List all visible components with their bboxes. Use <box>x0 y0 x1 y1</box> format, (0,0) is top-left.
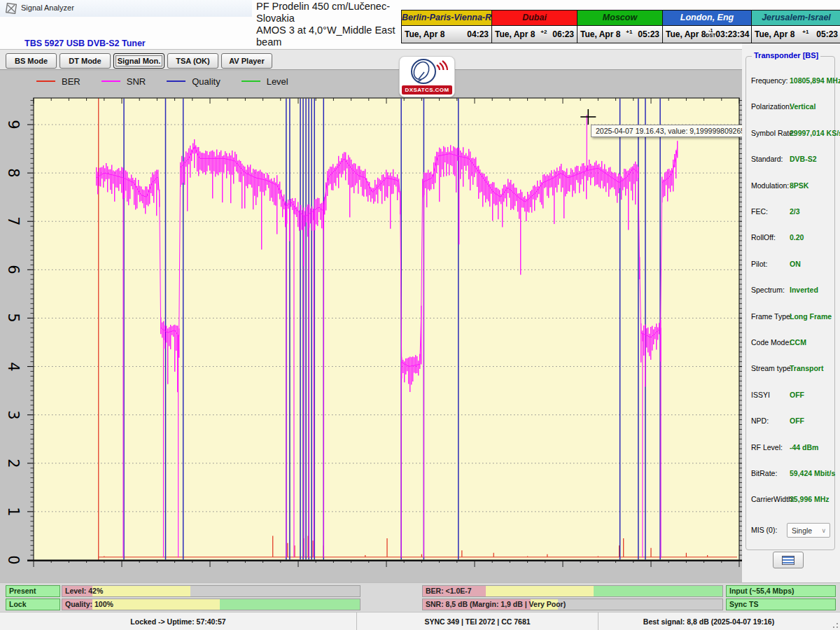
transponder-mis-row: MIS (0):Single∨ <box>746 524 834 538</box>
chart-value-tooltip: 2025-04-07 19.16.43, value: 9,1999998092… <box>591 125 758 137</box>
transponder-row-value: 10805,894 MHz <box>790 76 840 85</box>
transponder-row-label: RF Level: <box>751 443 783 451</box>
progress-bar-ber: BER: <1.0E-7 <box>422 585 723 597</box>
clock-berlin-paris-vienna-roma: Berlin-Paris-Vienna-RomaTue, Apr 804:23 <box>402 10 492 43</box>
transponder-row-label: ISSYI <box>751 391 770 399</box>
transponder-row: FEC:2/3 <box>746 206 834 220</box>
signal-analyzer-window: Signal Analyzer – □ ✕ TBS 5927 USB DVB-S… <box>0 0 840 630</box>
clock-time: 03:23:34 <box>715 29 749 39</box>
clock-time-row: Tue, Apr 8+105:23 <box>578 26 662 43</box>
transponder-row-value: 29997,014 KS/s <box>790 129 840 137</box>
chevron-down-icon: ∨ <box>821 524 826 538</box>
clock-city-label: Jerusalem-Israel <box>752 10 840 26</box>
logo-text: DXSATCS.COM <box>402 85 452 94</box>
status-box-present: Present <box>6 585 60 597</box>
transponder-row-label: Stream type: <box>751 364 793 372</box>
clock-time-row: Tue, Apr 8+105:23 <box>752 26 840 43</box>
transponder-row-label: Pilot: <box>751 260 767 268</box>
status-box-right: Sync TS <box>726 598 836 610</box>
transponder-row-label: NPD: <box>751 416 769 425</box>
transponder-row: RF Level:-44 dBm <box>746 442 834 456</box>
progress-bar-quality: Quality: 100% <box>62 598 360 610</box>
transponder-row: Symbol Rate:29997,014 KS/s <box>746 127 834 141</box>
status-box-right: Input (~55,4 Mbps) <box>726 585 836 597</box>
monitor-status-area: PresentLevel: 42%BER: <1.0E-7Input (~55,… <box>0 582 840 612</box>
clock-date: Tue, Apr 8 <box>666 29 706 39</box>
y-axis-label: 2 <box>4 454 22 472</box>
clock-time: 05:23 <box>638 29 659 39</box>
transponder-row-label: Frame Type: <box>751 312 792 321</box>
transponder-row-value: 8PSK <box>790 181 808 190</box>
progress-bar-snr: SNR: 8,5 dB (Margin: 1,9 dB | Very Poor) <box>422 598 723 610</box>
toolbar-button-signal-mon-[interactable]: Signal Mon. <box>113 53 164 69</box>
world-clocks: Berlin-Paris-Vienna-RomaTue, Apr 804:23D… <box>401 10 840 43</box>
progress-bar-level: Level: 42% <box>62 585 360 597</box>
transponder-row: Frequency:10805,894 MHz <box>746 75 834 89</box>
tuner-name: TBS 5927 USB DVB-S2 Tuner <box>24 38 146 48</box>
transponder-row: Code Mode:CCM <box>746 337 834 351</box>
status-sync-counters: SYNC 349 | TEI 2072 | CC 7681 <box>357 612 598 630</box>
clock-offset-value: +1 <box>802 29 808 35</box>
status-bar: Locked -> Uptime: 57:40:57 SYNC 349 | TE… <box>0 612 840 630</box>
transponder-row-value: -44 dBm <box>790 443 818 451</box>
transponder-groupbox: Transponder [BS] Frequency:10805,894 MHz… <box>746 56 835 550</box>
clock-offset-value: +1 <box>626 29 632 35</box>
transponder-row: Stream type:Transport <box>746 363 834 377</box>
satellite-dish-icon <box>400 57 454 85</box>
transponder-row: CarrierWidth:35,996 MHz <box>746 493 834 507</box>
transponder-row-label: Code Mode: <box>751 338 791 346</box>
y-axis-label: 9 <box>4 115 22 134</box>
clock-time-row: Tue, Apr 8+206:23 <box>492 26 577 43</box>
resize-grip[interactable] <box>830 620 839 629</box>
toolbar-button-dt-mode[interactable]: DT Mode <box>59 53 111 69</box>
monitor-row: PresentLevel: 42%BER: <1.0E-7Input (~55,… <box>0 585 840 597</box>
bar-text: SNR: 8,5 dB (Margin: 1,9 dB | Very Poor) <box>426 600 566 608</box>
clock-time: 04:23 <box>467 29 489 39</box>
snr-legend-swatch <box>102 80 120 82</box>
clock-time: 06:23 <box>552 29 574 39</box>
transponder-panel: Transponder [BS] Frequency:10805,894 MHz… <box>742 43 840 582</box>
transponder-row-label: Polarization: <box>751 102 792 111</box>
clock-jerusalem-israel: Jerusalem-IsraelTue, Apr 8+105:23 <box>752 10 840 43</box>
clock-offset: +2 <box>535 29 552 40</box>
clock-date: Tue, Apr 8 <box>580 29 620 39</box>
clock-time-row: Tue, Apr 8-1DST03:23:34 <box>663 26 751 43</box>
monitor-row: LockQuality: 100%SNR: 8,5 dB (Margin: 1,… <box>0 598 840 610</box>
transponder-row: Standard:DVB-S2 <box>746 153 834 167</box>
transponder-row-value: Vertical <box>790 102 816 111</box>
legend-label-level: Level <box>267 76 288 87</box>
transponder-row-label: CarrierWidth: <box>751 495 794 503</box>
transponder-row: Modulation:8PSK <box>746 180 834 194</box>
transponder-row: ISSYIOFF <box>746 389 834 403</box>
mis-select[interactable]: Single∨ <box>787 523 830 538</box>
transponder-row: Spectrum:Inverted <box>746 284 834 298</box>
chart-plot[interactable] <box>0 90 742 582</box>
toolbar-button-bs-mode[interactable]: BS Mode <box>6 53 57 69</box>
y-axis-label: 5 <box>4 309 22 327</box>
clock-city-label: London, Eng <box>663 10 751 26</box>
legend-label-snr: SNR <box>127 76 146 87</box>
toolbar-button-av-player[interactable]: AV Player <box>221 53 272 69</box>
transponder-row: NPD:OFF <box>746 415 834 429</box>
y-axis-label: 1 <box>4 503 22 521</box>
transponder-row-value: ON <box>790 260 801 268</box>
transponder-row-label: RollOff: <box>751 233 776 241</box>
signal-chart[interactable]: BERSNRQualityLevel 0123456789 <box>0 70 742 582</box>
toolbar-button-tsa-ok-[interactable]: TSA (OK) <box>167 53 218 69</box>
transponder-row-value: OFF <box>790 391 804 399</box>
clock-offset-dst: -1DST <box>706 28 715 38</box>
transponder-row: Pilot:ON <box>746 258 834 272</box>
transponder-row: RollOff:0.20 <box>746 232 834 246</box>
transponder-row-value: Long Frame <box>790 312 832 321</box>
transponder-list-button[interactable] <box>773 552 804 568</box>
clock-time: 05:23 <box>816 29 838 39</box>
transponder-row-label: BitRate: <box>751 469 777 477</box>
transponder-row-value: 59,424 Mbit/s <box>790 469 835 477</box>
transponder-row: Frame Type:Long Frame <box>746 311 834 325</box>
status-uptime: Locked -> Uptime: 57:40:57 <box>0 612 357 630</box>
site-info-line: AMOS 3 at 4,0°W_Middle East beam <box>256 24 407 48</box>
y-axis-label: 0 <box>4 551 22 569</box>
transponder-row-value: 0.20 <box>790 233 804 241</box>
transponder-row-value: Transport <box>790 364 823 372</box>
clock-date: Tue, Apr 8 <box>405 29 444 39</box>
